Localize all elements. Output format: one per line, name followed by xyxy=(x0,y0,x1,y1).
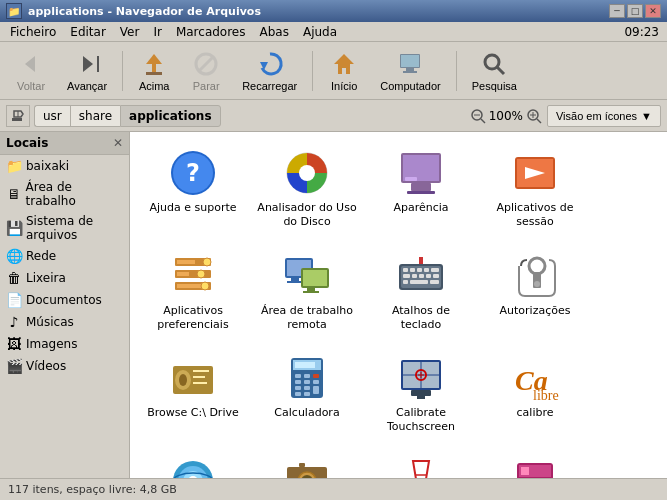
app-calc[interactable]: Calculadora xyxy=(252,345,362,444)
chevron-down-icon: ▼ xyxy=(641,110,652,122)
sidebar-label-images: Imagens xyxy=(26,337,77,351)
statusbar: 117 itens, espaço livre: 4,8 GB xyxy=(0,478,667,500)
sidebar-label-videos: Vídeos xyxy=(26,359,66,373)
search-button[interactable]: Pesquisa xyxy=(463,45,526,97)
menu-bookmarks[interactable]: Marcadores xyxy=(170,23,252,41)
stop-icon xyxy=(192,50,220,78)
status-text: 117 itens, espaço livre: 4,8 GB xyxy=(8,483,177,496)
app-channels[interactable]: Canais de Software xyxy=(138,448,248,478)
clock: 09:23 xyxy=(624,25,663,39)
app-icon-channels xyxy=(169,457,217,478)
app-icon-ajuda: ? xyxy=(169,149,217,197)
app-label-prefs: Aplicativos preferenciais xyxy=(143,304,243,333)
app-control[interactable]: Centro de Controle xyxy=(480,448,590,478)
app-appear[interactable]: Aparência xyxy=(366,140,476,239)
sidebar-label-network: Rede xyxy=(26,249,56,263)
svg-rect-86 xyxy=(313,374,319,378)
back-button[interactable]: Voltar xyxy=(6,45,56,97)
titlebar-title: applications - Navegador de Arquivos xyxy=(28,5,261,18)
zoom-out-button[interactable] xyxy=(469,107,487,125)
app-icon-calibrate xyxy=(397,354,445,402)
sidebar-label-documents: Documentos xyxy=(26,293,102,307)
menu-file[interactable]: Ficheiro xyxy=(4,23,62,41)
app-calibre[interactable]: Ca libre calibre xyxy=(480,345,590,444)
svg-text:?: ? xyxy=(186,159,200,187)
up-button[interactable]: Acima xyxy=(129,45,179,97)
view-button[interactable]: Visão em ícones ▼ xyxy=(547,105,661,127)
close-button[interactable]: ✕ xyxy=(645,4,661,18)
app-capture[interactable]: Capturar imagem da tela xyxy=(252,448,362,478)
svg-rect-59 xyxy=(417,268,422,272)
menu-tabs[interactable]: Abas xyxy=(254,23,295,41)
sidebar-item-music[interactable]: ♪ Músicas xyxy=(0,311,129,333)
app-label-disk: Analisador do Uso do Disco xyxy=(257,201,357,230)
sidebar-item-filesystem[interactable]: 💾 Sistema de arquivos xyxy=(0,211,129,245)
location-edit-button[interactable] xyxy=(6,105,30,127)
sidebar-label-filesystem: Sistema de arquivos xyxy=(26,214,123,242)
app-label-browse: Browse C:\ Drive xyxy=(147,406,238,420)
sidebar-item-documents[interactable]: 📄 Documentos xyxy=(0,289,129,311)
svg-rect-58 xyxy=(410,268,415,272)
svg-rect-32 xyxy=(405,177,417,181)
app-auth[interactable]: Autorizações xyxy=(480,243,590,342)
svg-rect-120 xyxy=(521,467,529,475)
svg-rect-49 xyxy=(291,278,299,281)
svg-rect-13 xyxy=(403,71,417,73)
titlebar: 📁 applications - Navegador de Arquivos ─… xyxy=(0,0,667,22)
menu-go[interactable]: Ir xyxy=(147,23,167,41)
app-session[interactable]: Aplicativos de sessão xyxy=(480,140,590,239)
location-chip-applications[interactable]: applications xyxy=(120,105,221,127)
app-icon-control xyxy=(511,457,559,478)
sidebar-item-network[interactable]: 🌐 Rede xyxy=(0,245,129,267)
svg-rect-5 xyxy=(146,72,162,75)
reload-button[interactable]: Recarregar xyxy=(233,45,306,97)
svg-marker-1 xyxy=(83,56,93,72)
app-prefs[interactable]: Aplicativos preferenciais xyxy=(138,243,248,342)
svg-rect-80 xyxy=(193,382,207,384)
app-wine-loader[interactable]: Carregador de aplicativos Windows Wine xyxy=(366,448,476,478)
sidebar-item-baixaki[interactable]: 📁 baixaki xyxy=(0,155,129,177)
svg-point-46 xyxy=(201,282,209,290)
minimize-button[interactable]: ─ xyxy=(609,4,625,18)
app-keyboard[interactable]: Atalhos de teclado xyxy=(366,243,476,342)
sidebar-close-button[interactable]: ✕ xyxy=(113,136,123,150)
app-disk[interactable]: Analisador do Uso do Disco xyxy=(252,140,362,239)
maximize-button[interactable]: □ xyxy=(627,4,643,18)
svg-rect-39 xyxy=(177,260,195,264)
view-label: Visão em ícones xyxy=(556,110,637,122)
svg-rect-79 xyxy=(193,376,205,378)
menu-help[interactable]: Ajuda xyxy=(297,23,343,41)
sidebar-item-trash[interactable]: 🗑 Lixeira xyxy=(0,267,129,289)
svg-rect-64 xyxy=(419,274,424,278)
app-icon-session xyxy=(511,149,559,197)
forward-button[interactable]: Avançar xyxy=(58,45,116,97)
app-ajuda[interactable]: ? Ajuda e suporte xyxy=(138,140,248,239)
app-calibrate[interactable]: Calibrate Touchscreen xyxy=(366,345,476,444)
app-icon-keyboard xyxy=(397,252,445,300)
sidebar-item-desktop[interactable]: 🖥 Área de trabalho xyxy=(0,177,129,211)
sidebar-header: Locais ✕ xyxy=(0,132,129,155)
menu-edit[interactable]: Editar xyxy=(64,23,112,41)
documents-icon: 📄 xyxy=(6,292,22,308)
sidebar-item-images[interactable]: 🖼 Imagens xyxy=(0,333,129,355)
computer-button[interactable]: Computador xyxy=(371,45,450,97)
app-browse[interactable]: Browse C:\ Drive xyxy=(138,345,248,444)
stop-button[interactable]: Parar xyxy=(181,45,231,97)
toolbar: Voltar Avançar Acima Parar xyxy=(0,42,667,100)
zoom-in-button[interactable] xyxy=(525,107,543,125)
app-label-auth: Autorizações xyxy=(500,304,571,318)
menu-view[interactable]: Ver xyxy=(114,23,146,41)
music-icon: ♪ xyxy=(6,314,22,330)
svg-rect-85 xyxy=(304,374,310,378)
sidebar-item-videos[interactable]: 🎬 Vídeos xyxy=(0,355,129,377)
app-remote[interactable]: Área de trabalho remota xyxy=(252,243,362,342)
app-icon-calc xyxy=(283,354,331,402)
sidebar: Locais ✕ 📁 baixaki 🖥 Área de trabalho 💾 … xyxy=(0,132,130,478)
app-icon-capture xyxy=(283,457,331,478)
home-button[interactable]: Início xyxy=(319,45,369,97)
location-chip-share[interactable]: share xyxy=(70,105,120,127)
svg-rect-69 xyxy=(430,280,439,284)
svg-point-77 xyxy=(179,374,187,386)
svg-rect-16 xyxy=(12,118,22,121)
location-chip-usr[interactable]: usr xyxy=(34,105,70,127)
